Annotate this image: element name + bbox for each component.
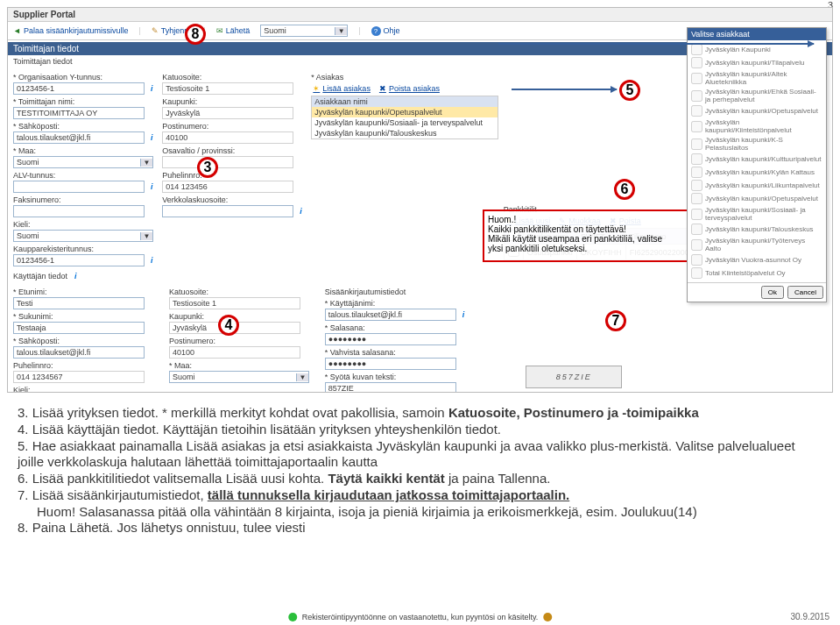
marker-7: 7: [605, 310, 626, 331]
country-dropdown[interactable]: Suomi ▼: [260, 25, 348, 37]
checkbox[interactable]: [691, 73, 702, 84]
dialog-item[interactable]: Jyväskylän kaupunki/Opetuspalvelut: [705, 107, 818, 115]
name-label: * Toimittajan nimi:: [13, 97, 157, 106]
dialog-item[interactable]: Jyväskylän kaupunki/Kulttuuripalvelut: [705, 155, 822, 163]
send-icon: ✉: [216, 26, 223, 35]
maa-value: Suomi: [14, 158, 140, 167]
user-maa-dropdown[interactable]: Suomi▼: [169, 371, 309, 383]
info-icon[interactable]: i: [300, 207, 302, 216]
back-label: Palaa sisäänkirjautumissivulle: [24, 26, 129, 35]
checkbox[interactable]: [691, 167, 702, 178]
dialog-item[interactable]: Jyväskylän kaupunki/Ehkä Sosiaali- ja pe…: [705, 88, 822, 103]
dialog-item[interactable]: Jyväskylän kaupunki/Sosiaali- ja terveys…: [705, 206, 822, 222]
add-customer-link[interactable]: ✶Lisää asiakas: [313, 84, 371, 93]
checkbox[interactable]: [691, 90, 702, 102]
checkbox[interactable]: [691, 239, 702, 251]
ytunnus-input[interactable]: 0123456-1: [13, 82, 145, 95]
checkbox[interactable]: [691, 138, 702, 150]
dialog-item[interactable]: Jyväskylän kaupunki/Kylän Kattaus: [705, 168, 815, 176]
screenshot-panel: Supplier Portal ◄ Palaa sisäänkirjautumi…: [7, 7, 833, 393]
alv-input[interactable]: [13, 181, 145, 193]
checkbox[interactable]: [691, 57, 702, 68]
dialog-item[interactable]: Jyväskylän kaupunki/Altek Aluetekniikka: [705, 70, 822, 86]
instruction-5: 5. Hae asiakkaat painamalla Lisää asiaka…: [18, 438, 822, 472]
dialog-ok-button[interactable]: Ok: [761, 286, 784, 299]
marker-6: 6: [614, 179, 635, 200]
customer-row[interactable]: Jyväskylän kaupunki/Talouskeskus: [312, 128, 497, 138]
login-user-input[interactable]: talous.tilaukset@jkl.fi: [325, 309, 456, 321]
kieli-value: Suomi: [14, 231, 140, 240]
user-katu-input[interactable]: Testiosoite 1: [169, 297, 300, 309]
alv-label: ALV-tunnus:: [13, 171, 157, 180]
dialog-cancel-button[interactable]: Cancel: [787, 286, 823, 299]
refresh-icon[interactable]: ⟳: [526, 391, 534, 393]
info-icon[interactable]: i: [151, 84, 153, 93]
green-dot-icon: [288, 613, 297, 621]
fax-input[interactable]: [13, 205, 145, 217]
dialog-item[interactable]: Total Kiinteistöpalvelut Oy: [705, 269, 786, 277]
posti-label: Postinumero:: [162, 122, 306, 131]
dialog-item[interactable]: Jyväskylän kaupunki/Kiinteistönpalvelut: [705, 118, 822, 134]
checkbox[interactable]: [691, 254, 702, 266]
info-icon[interactable]: i: [151, 256, 153, 265]
info-icon[interactable]: i: [151, 133, 153, 142]
info-icon[interactable]: i: [462, 310, 465, 319]
checkbox[interactable]: [691, 209, 702, 220]
customer-list-header: Asiakkaan nimi: [312, 96, 497, 107]
login-pw2-input[interactable]: ●●●●●●●●: [325, 358, 456, 370]
posti-input[interactable]: 40100: [162, 131, 293, 144]
user-puh-input[interactable]: 014 1234567: [13, 371, 145, 383]
supplier-col1: * Organisaation Y-tunnus: 0123456-1i * T…: [13, 71, 157, 266]
katu-input[interactable]: Testiosoite 1: [162, 82, 293, 95]
checkbox[interactable]: [691, 44, 702, 55]
verkko-input[interactable]: [162, 205, 293, 217]
customer-row[interactable]: Jyväskylän kaupunki/Sosiaali- ja terveys…: [312, 117, 497, 128]
user-posti-input[interactable]: 40100: [169, 346, 300, 359]
kaupunki-input[interactable]: Jyväskylä: [162, 107, 293, 119]
dialog-item[interactable]: Jyväskylän Vuokra-asunnot Oy: [705, 256, 801, 264]
info-icon[interactable]: i: [151, 182, 153, 191]
dialog-item[interactable]: Jyväskylän kaupunki/Tilapalvelu: [705, 59, 805, 67]
checkbox[interactable]: [691, 105, 702, 117]
captcha-input[interactable]: 857ZIE: [325, 382, 456, 393]
checkbox[interactable]: [691, 193, 702, 204]
dialog-item[interactable]: Jyväskylän kaupunki/K-S Pelastuslaitos: [705, 136, 822, 152]
checkbox[interactable]: [691, 121, 702, 132]
user-email-input[interactable]: talous.tilaukset@jkl.fi: [13, 346, 145, 359]
email-input[interactable]: talous.tilaukset@jkl.fi: [13, 131, 145, 144]
checkbox[interactable]: [691, 180, 702, 191]
customer-row[interactable]: Jyväskylän kaupunki/Opetuspalvelut: [312, 107, 497, 117]
captcha-label: * Syötä kuvan teksti:: [325, 373, 520, 381]
sukunimi-label: * Sukunimi:: [13, 312, 164, 321]
send-link[interactable]: ✉ Lähetä: [216, 26, 251, 35]
x-icon: ✖: [379, 84, 386, 93]
info-icon[interactable]: i: [74, 272, 77, 281]
remove-customer-label: Poista asiakas: [389, 84, 440, 93]
kieli-dropdown[interactable]: Suomi▼: [13, 230, 153, 242]
login-pw-input[interactable]: ●●●●●●●●: [325, 333, 456, 345]
etunimi-input[interactable]: Testi: [13, 297, 145, 309]
checkbox[interactable]: [691, 267, 702, 279]
checkbox[interactable]: [691, 153, 702, 165]
user-email-label: * Sähköposti:: [13, 337, 164, 345]
checkbox[interactable]: [691, 224, 702, 235]
customer-list: Asiakkaan nimi Jyväskylän kaupunki/Opetu…: [311, 96, 498, 139]
osavaltio-input[interactable]: [162, 156, 293, 168]
kaupunki-label: Kaupunki:: [162, 97, 306, 106]
user-kieli-label: Kieli:: [13, 386, 164, 393]
back-link[interactable]: ◄ Palaa sisäänkirjautumissivulle: [13, 26, 128, 35]
remove-customer-link[interactable]: ✖Poista asiakas: [379, 84, 440, 93]
asiakas-label: * Asiakas: [311, 73, 498, 82]
puh-input[interactable]: 014 123456: [162, 181, 293, 193]
dialog-item[interactable]: Jyväskylän kaupunki/Liikuntapalvelut: [705, 181, 820, 189]
maa-dropdown[interactable]: Suomi▼: [13, 156, 153, 168]
maa-label: * Maa:: [13, 146, 157, 155]
dialog-item[interactable]: Jyväskylän kaupunki/Työterveys Aalto: [705, 237, 822, 252]
name-input[interactable]: TESTITOIMITTAJA OY: [13, 107, 145, 119]
kauppa-input[interactable]: 0123456-1: [13, 254, 145, 266]
kauppa-label: Kaupparekisteritunnus:: [13, 245, 157, 253]
help-link[interactable]: ? Ohje: [371, 26, 400, 36]
dialog-item[interactable]: Jyväskylän kaupunki/Opetuspalvelut: [705, 195, 818, 202]
dialog-item[interactable]: Jyväskylän kaupunki/Talouskeskus: [705, 225, 814, 233]
sukunimi-input[interactable]: Testaaja: [13, 322, 145, 334]
